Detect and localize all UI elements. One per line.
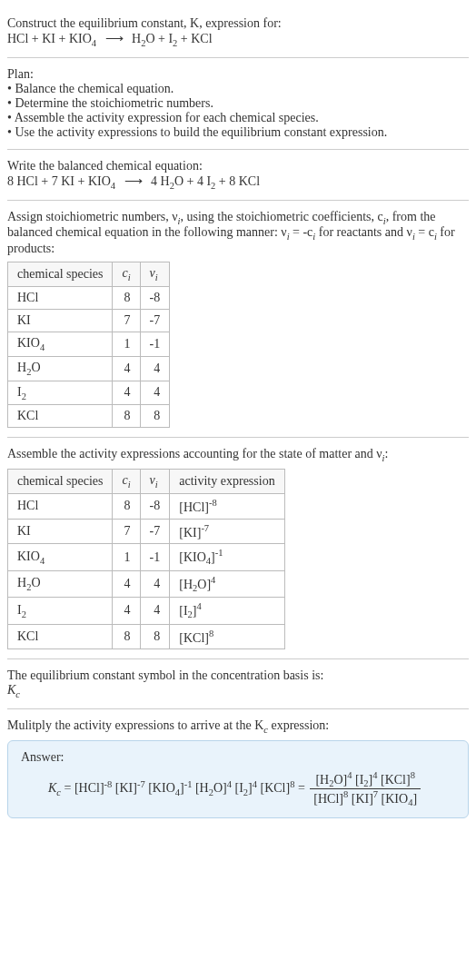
cell: 7 [113, 519, 140, 544]
sub: 2 [22, 391, 26, 401]
text: [KCl] [378, 773, 411, 787]
eq-rhs: + 8 KCl [215, 174, 260, 188]
col-nu: νi [140, 470, 170, 494]
cell: 4 [140, 356, 170, 381]
balanced-title: Write the balanced chemical equation: [7, 159, 469, 173]
arrow-icon: ⟶ [119, 173, 148, 189]
text: O] [213, 781, 227, 795]
stoich-table: chemical species ci νi HCl8-8 KI7-7 KIO4… [7, 262, 170, 428]
text: O [31, 576, 40, 589]
symbol-section: The equilibrium constant symbol in the c… [7, 659, 469, 709]
sub: 4 [40, 342, 45, 352]
cell: KIO4 [8, 544, 113, 570]
eq-sub: 4 [111, 181, 115, 191]
sub: i [155, 480, 158, 490]
text: [KI] [348, 792, 373, 806]
col-c: ci [113, 470, 140, 494]
col-species: chemical species [8, 262, 113, 287]
text: [HCl] [74, 781, 104, 795]
cell: [HCl]-8 [170, 493, 284, 519]
sub: c [15, 689, 20, 699]
text: [KIO [378, 792, 408, 806]
table-row: KCl88[KCl]8 [8, 624, 285, 649]
text: [HCl] [313, 792, 343, 806]
text: O] [197, 577, 211, 590]
cell: KCl [8, 405, 113, 428]
text: KIO [17, 336, 40, 350]
prompt-header: Construct the equilibrium constant, K, e… [7, 7, 469, 58]
table-row: KCl88 [8, 405, 170, 428]
sup: 4 [211, 575, 215, 585]
sup: -7 [137, 778, 145, 788]
plan-bullet: • Assemble the activity expression for e… [7, 111, 469, 125]
table-row: H2O44 [8, 356, 170, 381]
col-nu: νi [140, 262, 170, 287]
plan-section: Plan: • Balance the chemical equation. •… [7, 58, 469, 150]
text: , using the stoichiometric coefficients,… [180, 210, 382, 223]
cell: 1 [113, 332, 140, 356]
kc-symbol: Kc [7, 683, 469, 699]
sub: 2 [22, 609, 26, 619]
cell: H2O [8, 356, 113, 381]
cell: [KCl]8 [170, 624, 284, 649]
table-row: KIO41-1[KIO4]-1 [8, 544, 285, 570]
answer-label: Answer: [21, 750, 455, 765]
assign-text: Assign stoichiometric numbers, νi, using… [7, 210, 469, 257]
cell: [KI]-7 [170, 519, 284, 544]
table-header-row: chemical species ci νi activity expressi… [8, 470, 285, 494]
fraction: [H2O]4 [I2]4 [KCl]8[HCl]8 [KI]7 [KIO4] [310, 770, 421, 808]
cell: -1 [140, 332, 170, 356]
cell: 4 [140, 598, 170, 624]
table-row: H2O44[H2O]4 [8, 570, 285, 597]
cell: -8 [140, 286, 170, 309]
plan-bullet: • Use the activity expressions to build … [7, 125, 469, 140]
sup: -8 [209, 498, 217, 508]
text: [I [179, 604, 187, 618]
eq-rhs: H [132, 32, 141, 45]
sub: i [128, 480, 131, 490]
cell: 4 [113, 570, 140, 597]
cell: KI [8, 519, 113, 544]
col-activity: activity expression [170, 470, 284, 494]
table-header-row: chemical species ci νi [8, 262, 170, 287]
eq-sub: 4 [92, 38, 96, 48]
sub: 4 [40, 555, 45, 565]
cell: H2O [8, 570, 113, 597]
fraction-denominator: [HCl]8 [KI]7 [KIO4] [310, 788, 421, 807]
text: [H [315, 773, 329, 787]
prompt-line1: Construct the equilibrium constant, K, e… [7, 16, 469, 31]
sub: i [155, 272, 158, 282]
cell: KI [8, 309, 113, 332]
text: [KCl] [257, 781, 290, 795]
answer-section: Mulitply the activity expressions to arr… [7, 709, 469, 827]
sup: -7 [201, 523, 209, 533]
multiply-text: Mulitply the activity expressions to arr… [7, 718, 469, 735]
text: : [385, 447, 389, 460]
cell: 8 [113, 405, 140, 428]
sup: 8 [209, 629, 213, 638]
text: [KI] [112, 781, 137, 795]
cell: 7 [113, 309, 140, 332]
text: K [7, 683, 15, 697]
text: = [61, 781, 74, 795]
cell: 8 [140, 405, 170, 428]
cell: I2 [8, 381, 113, 405]
table-row: I244[I2]4 [8, 598, 285, 624]
cell: 8 [113, 286, 140, 309]
text: [I [232, 781, 243, 795]
cell: [KIO4]-1 [170, 544, 284, 570]
answer-box: Answer: Kc = [HCl]-8 [KI]-7 [KIO4]-1 [H2… [7, 740, 469, 818]
cell: 4 [113, 598, 140, 624]
text: Assemble the activity expressions accoun… [7, 447, 382, 460]
col-species: chemical species [8, 470, 113, 494]
text: [KIO [145, 781, 175, 795]
cell: -8 [140, 493, 170, 519]
unbalanced-equation: HCl + KI + KIO4 ⟶ H2O + I2 + KCl [7, 31, 469, 48]
eq-rhs: 4 H [151, 174, 170, 188]
text: [KCl] [179, 630, 209, 644]
balanced-equation: 8 HCl + 7 KI + KIO4 ⟶ 4 H2O + 4 I2 + 8 K… [7, 173, 469, 191]
eq-rhs: O + 4 I [174, 174, 211, 188]
table-row: KI7-7 [8, 309, 170, 332]
text: Mulitply the activity expressions to arr… [7, 718, 263, 732]
table-row: HCl8-8[HCl]-8 [8, 493, 285, 519]
